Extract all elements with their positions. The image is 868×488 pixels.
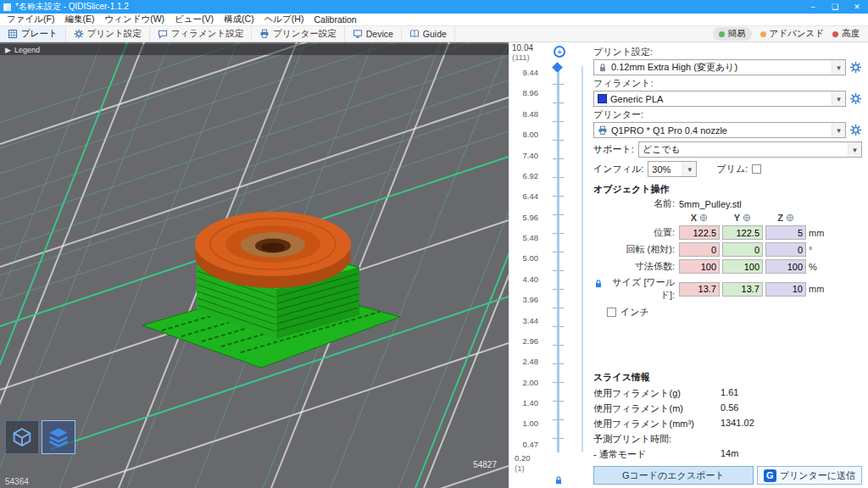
legend-bar[interactable]: ▶ Legend	[0, 44, 509, 55]
tab-print-settings[interactable]: プリント設定	[66, 26, 150, 42]
export-gcode-button[interactable]: Gコードのエクスポート	[593, 466, 754, 485]
printer-label: プリンター:	[593, 108, 862, 121]
world-icon[interactable]	[699, 214, 708, 222]
print-settings-select[interactable]: 0.12mm Extra High (変更あり) ▾	[593, 59, 846, 75]
menu-help[interactable]: ヘルプ(H)	[259, 14, 309, 25]
gear-icon	[74, 29, 84, 39]
size-y-field[interactable]	[722, 282, 763, 297]
size-z-field[interactable]	[765, 282, 806, 297]
slice-info: 使用フィラメント(g) 1.61 使用フィラメント(m) 0.56 使用フィラメ…	[593, 387, 862, 461]
filament-label: フィラメント:	[593, 77, 862, 90]
scale-y-field[interactable]	[722, 259, 763, 274]
expert-mode-dot-icon	[832, 31, 838, 37]
layer-tick-label: 2.48	[523, 357, 539, 366]
mode-simple[interactable]: 簡易	[713, 27, 752, 41]
slider-lock-icon[interactable]	[554, 475, 564, 485]
uniform-scale-lock-icon[interactable]	[593, 279, 604, 289]
tab-filament-settings[interactable]: フィラメント設定	[150, 26, 252, 42]
tab-printer-settings[interactable]: プリンター設定	[252, 26, 344, 42]
position-y-field[interactable]	[722, 225, 763, 240]
tab-print-settings-label: プリント設定	[87, 28, 142, 40]
layers-icon	[47, 425, 70, 449]
titlebar: *名称未設定 - QIDISlicer-1.1.2 – ❑ ✕	[0, 0, 868, 14]
mode-simple-label: 簡易	[728, 28, 746, 40]
send-to-printer-label: プリンターに送信	[780, 469, 855, 482]
legend-collapse-icon[interactable]: ▶	[5, 46, 11, 54]
position-z-field[interactable]	[765, 225, 806, 240]
advanced-mode-dot-icon	[760, 31, 766, 37]
estimated-time-value	[721, 433, 862, 446]
printer-gear-icon[interactable]	[849, 124, 862, 136]
rotation-z-field[interactable]	[765, 242, 806, 257]
mode-advanced[interactable]: アドバンスド	[760, 28, 824, 40]
layer-top-count: (111)	[512, 53, 530, 62]
menu-file[interactable]: ファイル(F)	[2, 14, 59, 25]
menu-edit[interactable]: 編集(E)	[59, 14, 99, 25]
tab-plate[interactable]: プレート	[0, 26, 66, 42]
menu-view[interactable]: ビュー(V)	[170, 14, 219, 25]
chevron-down-icon: ▾	[832, 92, 845, 106]
brim-checkbox[interactable]	[752, 164, 761, 174]
position-x-field[interactable]	[679, 225, 720, 240]
layer-slider-secondary-track[interactable]	[581, 66, 583, 452]
tab-device[interactable]: Device	[345, 26, 402, 42]
infill-select[interactable]: 30% ▾	[648, 161, 697, 177]
scale-z-field[interactable]	[765, 259, 806, 274]
world-icon[interactable]	[786, 214, 794, 222]
tab-guide[interactable]: Guide	[402, 26, 455, 42]
chat-bubble-icon	[158, 29, 168, 39]
scale-unit: %	[809, 262, 827, 272]
layer-tick-label: 1.00	[523, 419, 539, 428]
mode-expert[interactable]: 高度	[832, 28, 860, 40]
maximize-button[interactable]: ❑	[824, 0, 846, 14]
layer-bottom-height: 0.20	[515, 453, 531, 463]
close-button[interactable]: ✕	[846, 0, 868, 14]
preview-view-button[interactable]	[42, 420, 75, 454]
menu-window[interactable]: ウィンドウ(W)	[99, 14, 170, 25]
layer-tick-label: 2.00	[523, 378, 539, 387]
filament-used-mm3-label: 使用フィラメント(mm³)	[593, 418, 721, 430]
estimated-time-label: 予測プリント時間:	[593, 433, 721, 446]
book-icon	[409, 29, 420, 39]
tab-plate-label: プレート	[21, 28, 58, 40]
chevron-down-icon: ▾	[832, 123, 845, 137]
mode-expert-label: 高度	[842, 28, 860, 40]
add-color-change-button[interactable]: +	[554, 46, 565, 58]
print-settings-label: プリント設定:	[593, 46, 862, 58]
menu-config[interactable]: 構成(C)	[219, 14, 259, 25]
app-icon	[3, 3, 11, 11]
print-settings-gear-icon[interactable]	[849, 61, 862, 74]
qidi-g-icon: G	[764, 469, 776, 482]
inches-checkbox[interactable]	[607, 308, 616, 317]
support-select[interactable]: どこでも ▾	[638, 141, 862, 158]
rotation-x-field[interactable]	[679, 242, 720, 257]
menu-calibration[interactable]: Calibration	[309, 14, 361, 25]
scale-x-field[interactable]	[679, 259, 720, 274]
minimize-button[interactable]: –	[802, 0, 824, 14]
layer-tick-label: 0.47	[523, 440, 539, 449]
editor-view-button[interactable]	[5, 420, 39, 454]
filament-select[interactable]: Generic PLA ▾	[593, 91, 846, 107]
build-plate-scene	[0, 42, 509, 488]
layer-slider-track[interactable]	[557, 66, 559, 452]
filament-used-g-label: 使用フィラメント(g)	[593, 387, 721, 400]
world-icon[interactable]	[743, 214, 751, 222]
size-x-field[interactable]	[679, 282, 720, 297]
printer-select[interactable]: Q1PRO * Q1 Pro 0.4 nozzle ▾	[593, 122, 846, 138]
send-to-printer-button[interactable]: G プリンターに送信	[757, 466, 862, 485]
viewport-3d[interactable]: ▶ Legend 54364 54827	[0, 42, 509, 488]
layer-tick-label: 2.96	[523, 336, 539, 346]
printer-icon	[259, 29, 270, 39]
layer-tick-label: 9.44	[523, 68, 539, 77]
filament-gear-icon[interactable]	[849, 92, 862, 105]
rotation-y-field[interactable]	[722, 242, 763, 257]
layer-tick-label: 4.40	[523, 274, 539, 284]
layer-tick-label: 6.92	[523, 171, 539, 180]
window-title: *名称未設定 - QIDISlicer-1.1.2	[15, 1, 129, 13]
axis-x-label: X	[691, 213, 697, 223]
lock-icon	[598, 63, 608, 73]
object-name-value: 5mm_Pulley.stl	[679, 199, 827, 209]
cube-icon	[10, 425, 34, 449]
model-5mm-pulley[interactable]	[142, 212, 400, 368]
layer-tick-label: 6.44	[523, 191, 539, 201]
